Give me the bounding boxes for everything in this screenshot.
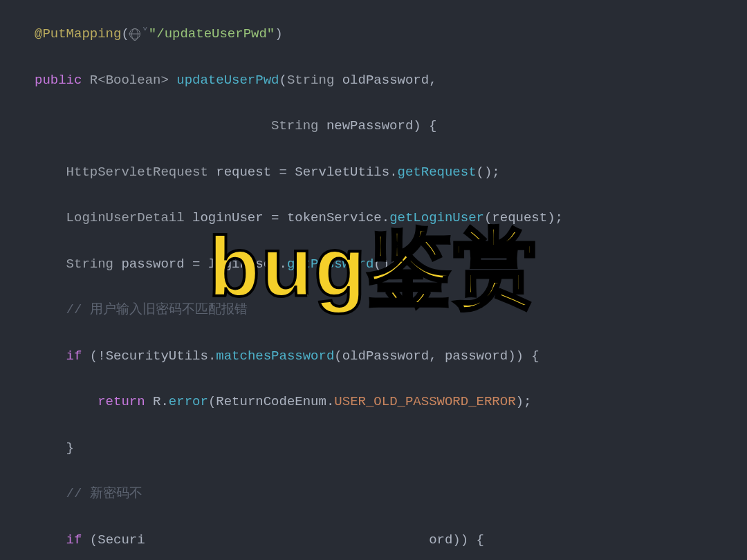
code-line: HttpServletRequest request = ServletUtil… <box>35 161 747 184</box>
code-line: if (!SecurityUtils.matchesPassword(oldPa… <box>35 345 747 368</box>
overlay-title: bug鉴赏 <box>208 194 539 342</box>
annotation: @PutMapping <box>35 26 121 41</box>
code-line: if (Securixxxxxxxxxxxxxxxxxxxxxxxxxxxxxx… <box>35 529 747 552</box>
code-line: } <box>35 437 747 460</box>
code-line: String newPassword) { <box>35 115 747 138</box>
code-line: // 新密码不 <box>35 483 747 505</box>
code-line: @PutMapping(˅"/updateUserPwd") <box>35 23 747 46</box>
globe-icon <box>129 28 140 39</box>
code-line: public R<Boolean> updateUserPwd(String o… <box>35 69 747 92</box>
code-line: return R.error(ReturnCodeEnum.USER_OLD_P… <box>35 391 747 413</box>
